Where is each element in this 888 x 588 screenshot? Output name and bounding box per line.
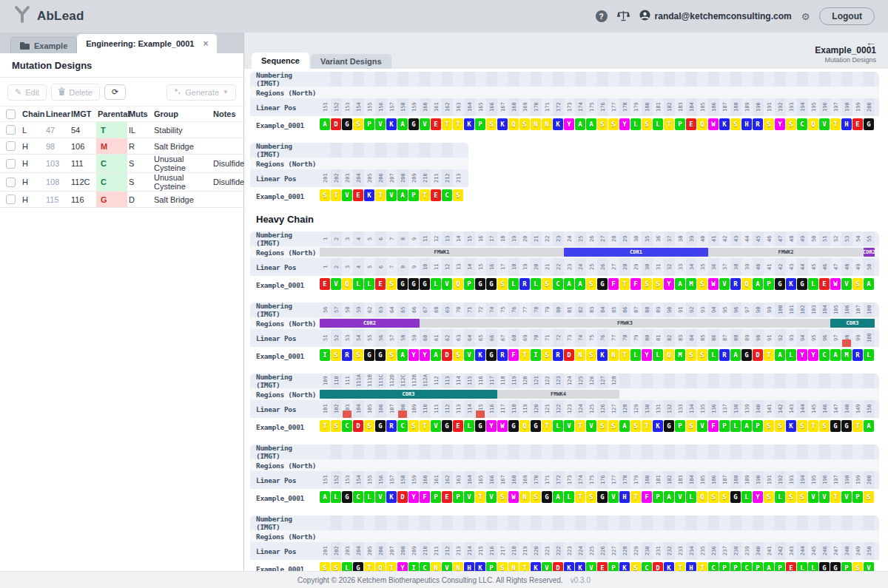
residue-cell[interactable]: T [542,420,552,432]
residue-cell[interactable]: V [342,189,352,201]
residue-cell[interactable]: Q [508,118,519,130]
residue-cell[interactable]: G [597,278,608,290]
residue-cell[interactable]: F [420,491,430,503]
residue-cell[interactable]: S [353,118,363,130]
residue-cell[interactable]: G [864,118,874,130]
gear-icon[interactable]: ⚙ [801,11,810,22]
residue-cell[interactable]: F [642,491,652,503]
residue-cell[interactable]: L [686,491,696,503]
residue-cell[interactable]: K [475,349,485,361]
residue-cell[interactable]: Y [753,491,763,503]
residue-cell[interactable]: S [653,278,663,290]
residue-cell[interactable]: G [364,349,374,361]
residue-cell[interactable]: H [741,118,752,130]
row-checkbox[interactable] [6,178,16,187]
residue-cell[interactable]: L [653,349,663,361]
residue-cell[interactable]: E [852,118,863,130]
residue-cell[interactable]: R [497,349,508,361]
residue-cell[interactable]: G [542,491,552,503]
residue-cell[interactable]: L [741,491,752,503]
residue-cell[interactable]: R [753,118,763,130]
residue-cell[interactable]: G [342,491,352,503]
residue-cell[interactable]: T [375,189,386,201]
residue-cell[interactable]: A [830,349,841,361]
residue-cell[interactable]: G [486,349,497,361]
residue-cell[interactable]: Q [808,118,818,130]
residue-cell[interactable]: R [342,349,352,361]
residue-cell[interactable]: D [442,349,452,361]
residue-cell[interactable]: S [697,349,707,361]
residue-cell[interactable]: S [453,349,463,361]
residue-cell[interactable]: V [375,118,386,130]
residue-cell[interactable]: C [397,420,408,432]
residue-cell[interactable]: L [808,278,818,290]
residue-cell[interactable]: T [642,420,652,432]
residue-cell[interactable]: G [531,420,541,432]
residue-cell[interactable]: E [353,189,363,201]
residue-cell[interactable]: L [775,491,785,503]
residue-cell[interactable]: V [431,420,441,432]
residue-cell[interactable]: S [608,118,619,130]
residue-cell[interactable]: C [797,118,807,130]
residue-cell[interactable]: V [442,278,452,290]
close-tab-icon[interactable]: × [203,38,208,49]
refresh-button[interactable]: ⟳ [104,84,126,100]
residue-cell[interactable]: Q [664,349,674,361]
residue-cell[interactable]: K [719,118,730,130]
residue-cell[interactable]: G [797,278,807,290]
residue-cell[interactable]: A [575,118,585,130]
residue-cell[interactable]: D [353,420,363,432]
residue-cell[interactable]: T [630,491,641,503]
residue-cell[interactable]: F [630,278,641,290]
residue-cell[interactable]: P [653,491,663,503]
residue-cell[interactable]: L [353,278,363,290]
residue-cell[interactable]: L [531,278,541,290]
residue-cell[interactable]: I [531,349,541,361]
residue-cell[interactable]: K [386,491,397,503]
residue-cell[interactable]: S [531,491,541,503]
residue-cell[interactable]: S [642,118,652,130]
residue-cell[interactable]: E [431,118,441,130]
select-all-checkbox[interactable] [6,109,16,119]
residue-cell[interactable]: K [786,420,796,432]
residue-cell[interactable]: L [864,349,874,361]
residue-cell[interactable]: S [797,420,807,432]
residue-cell[interactable]: Y [664,278,674,290]
residue-cell[interactable]: S [786,491,796,503]
residue-cell[interactable]: G [730,491,741,503]
residue-cell[interactable]: V [608,491,619,503]
residue-cell[interactable]: A [397,189,408,201]
residue-cell[interactable]: S [364,420,374,432]
residue-cell[interactable]: Q [519,420,530,432]
residue-cell[interactable]: G [841,420,852,432]
residue-cell[interactable]: S [864,491,874,503]
residue-cell[interactable]: A [619,420,630,432]
residue-cell[interactable]: S [597,420,608,432]
residue-cell[interactable]: E [686,118,696,130]
residue-cell[interactable]: W [708,278,719,290]
residue-cell[interactable]: L [331,491,341,503]
residue-cell[interactable]: S [775,420,785,432]
residue-cell[interactable]: A [431,349,441,361]
residue-cell[interactable]: A [320,491,330,503]
help-icon[interactable]: ? [596,10,608,22]
residue-cell[interactable]: R [553,349,563,361]
residue-cell[interactable]: L [786,349,796,361]
residue-cell[interactable]: N [608,349,619,361]
residue-cell[interactable]: G [397,278,408,290]
residue-cell[interactable]: R [519,278,530,290]
residue-cell[interactable]: T [475,491,485,503]
delete-button[interactable]: Delete [51,84,100,101]
residue-cell[interactable]: T [420,420,430,432]
residue-cell[interactable]: E [320,278,330,290]
residue-cell[interactable]: V [486,491,497,503]
residue-cell[interactable]: K [364,189,374,201]
residue-cell[interactable]: S [353,349,363,361]
residue-cell[interactable]: P [753,420,763,432]
residue-cell[interactable]: G [408,118,419,130]
residue-cell[interactable]: N [575,349,585,361]
residue-cell[interactable]: L [464,420,474,432]
residue-cell[interactable]: L [564,491,574,503]
residue-cell[interactable]: T [575,491,585,503]
residue-cell[interactable]: D [564,349,574,361]
